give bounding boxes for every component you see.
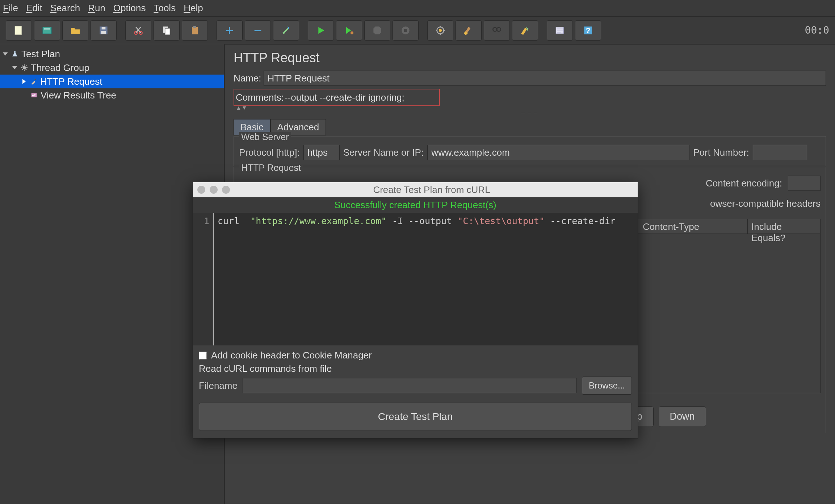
help-icon[interactable]: ? [575,20,601,41]
chevron-down-icon [3,52,8,56]
editor-gutter: 1 [193,213,213,345]
menu-run[interactable]: Run [88,3,105,14]
paste-icon[interactable] [182,20,208,41]
toolbar: ? 00:0 [0,17,835,44]
templates-icon[interactable] [34,20,60,41]
th-include-equals[interactable]: Include Equals? [748,219,820,234]
svg-point-19 [497,28,501,32]
browse-button[interactable]: Browse... [582,377,632,395]
collapse-icon[interactable] [245,20,271,41]
svg-point-18 [493,28,497,32]
tree-node-test-plan[interactable]: Test Plan [0,47,224,61]
elapsed-timer: 00:0 [805,24,829,36]
content-encoding-label: Content encoding: [706,178,782,189]
filename-input[interactable] [243,378,577,393]
results-icon [30,91,38,100]
stop-icon[interactable] [364,20,390,41]
http-request-legend: HTTP Request [239,163,303,173]
filename-label: Filename [199,380,238,391]
new-icon[interactable] [6,20,32,41]
splitter-grip[interactable]: ⸺⸺⸺ [234,110,826,116]
name-label: Name: [234,73,261,84]
port-label: Port Number: [693,147,749,158]
down-button[interactable]: Down [659,406,706,427]
editor-code[interactable]: curl "https://www.example.com" -I --outp… [213,213,638,345]
protocol-label: Protocol [http]: [239,147,300,158]
dialog-body: Add cookie header to Cookie Manager Read… [193,345,638,438]
name-row: Name: [234,71,826,86]
dialog-titlebar[interactable]: Create Test Plan from cURL [193,182,638,197]
svg-point-12 [283,32,285,34]
close-window-icon[interactable] [197,186,205,194]
svg-rect-15 [404,29,407,32]
svg-rect-24 [35,79,36,80]
dropper-icon [29,77,38,86]
cookie-checkbox[interactable] [199,352,207,360]
name-input[interactable] [264,71,826,86]
dialog-title: Create Test Plan from cURL [230,184,633,196]
cut-icon[interactable] [125,20,151,41]
read-file-section: Read cURL commands from file Filename Br… [199,363,632,395]
svg-rect-0 [15,26,22,35]
start-no-pause-icon[interactable] [336,20,362,41]
cookie-check-row: Add cookie header to Cookie Manager [199,350,632,361]
comments-value[interactable]: --output --create-dir ignoring; [285,92,404,103]
reset-search-icon[interactable] [512,20,538,41]
tree-label: HTTP Request [40,76,102,87]
comments-row: Comments: --output --create-dir ignoring… [234,89,440,106]
svg-rect-5 [101,31,106,34]
cookie-label: Add cookie header to Cookie Manager [211,350,372,361]
svg-rect-11 [193,26,196,28]
th-content-type[interactable]: Content-Type [639,219,748,234]
open-icon[interactable] [62,20,88,41]
menu-help[interactable]: Help [184,3,203,14]
shutdown-icon[interactable] [393,20,419,41]
port-input[interactable] [753,145,807,160]
toggle-icon[interactable] [273,20,299,41]
tree-label: Thread Group [31,62,89,74]
menu-edit[interactable]: Edit [26,3,42,14]
menu-search[interactable]: Search [50,3,80,14]
svg-point-17 [439,29,442,32]
menubar: File Edit Search Run Options Tools Help [0,0,835,17]
zoom-window-icon[interactable] [222,186,230,194]
chevron-down-icon [12,66,17,70]
expand-icon[interactable] [217,20,243,41]
curl-editor[interactable]: 1 curl "https://www.example.com" -I --ou… [193,213,638,345]
start-icon[interactable] [308,20,334,41]
svg-text:?: ? [586,26,590,35]
svg-point-13 [351,31,353,34]
menu-options[interactable]: Options [113,3,146,14]
svg-rect-10 [192,27,198,34]
gear-icon [20,63,29,72]
menu-tools[interactable]: Tools [154,3,176,14]
content-encoding-input[interactable] [788,176,821,191]
test-tree: Test Plan Thread Group HTTP Request View… [0,44,225,504]
save-icon[interactable] [91,20,117,41]
curl-import-dialog: Create Test Plan from cURL Successfully … [193,182,638,438]
menu-file[interactable]: File [3,3,18,14]
create-test-plan-button[interactable]: Create Test Plan [199,403,632,431]
chevron-right-icon [22,79,26,84]
server-input[interactable] [427,145,689,160]
svg-point-23 [22,66,26,69]
flask-icon [11,50,19,58]
svg-rect-9 [165,28,170,34]
dialog-status: Successfully created HTTP Request(s) [193,197,638,213]
server-label: Server Name or IP: [343,147,424,158]
protocol-input[interactable] [303,145,340,160]
search-tree-icon[interactable] [484,20,510,41]
web-server-legend: Web Server [239,132,291,142]
tree-node-view-results[interactable]: View Results Tree [0,88,224,102]
clear-all-icon[interactable] [456,20,482,41]
copy-icon[interactable] [154,20,180,41]
tree-node-thread-group[interactable]: Thread Group [0,61,224,75]
minimize-window-icon[interactable] [210,186,218,194]
clear-icon[interactable] [427,20,453,41]
tree-label: Test Plan [21,49,60,60]
function-helper-icon[interactable] [547,20,573,41]
window-controls [197,186,230,194]
tree-node-http-request[interactable]: HTTP Request [0,75,224,88]
svg-rect-2 [44,28,50,29]
readfile-label: Read cURL commands from file [199,363,632,374]
